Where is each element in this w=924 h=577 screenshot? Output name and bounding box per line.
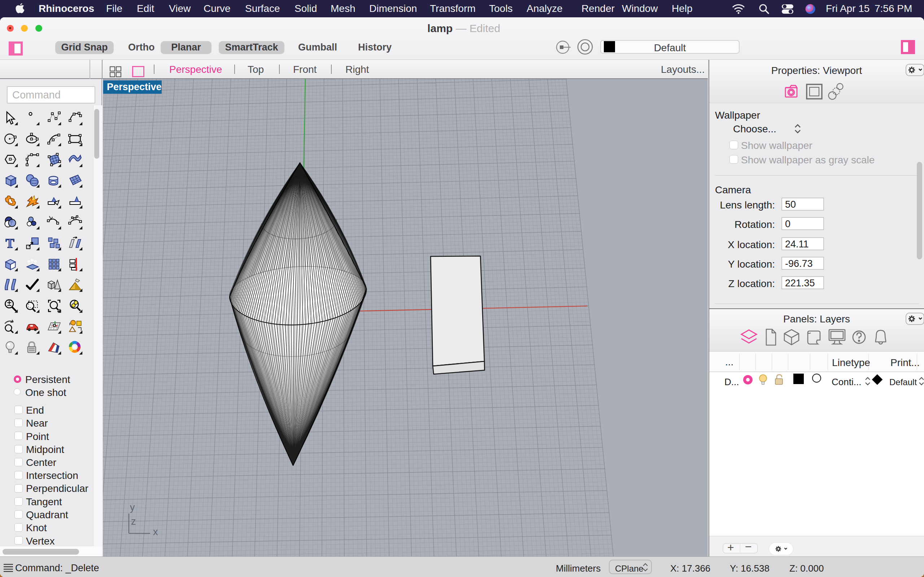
svg-text:z: z [131, 516, 136, 527]
svg-text:x: x [153, 527, 158, 537]
svg-text:y: y [130, 502, 135, 513]
svg-text:T: T [6, 236, 15, 251]
